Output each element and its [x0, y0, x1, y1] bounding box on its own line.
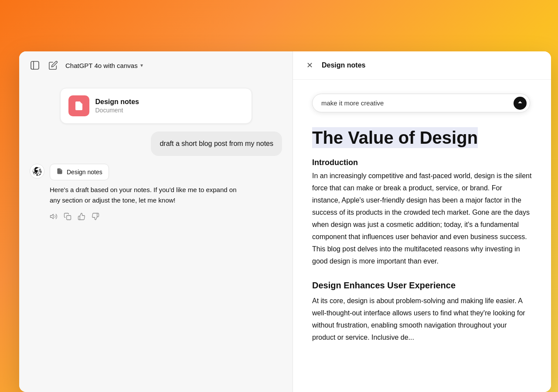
blog-section1-heading: Design Enhances User Experience: [312, 280, 532, 291]
pill-doc-icon: [56, 168, 63, 176]
assistant-avatar: [30, 164, 44, 179]
canvas-title: Design notes: [322, 61, 365, 69]
model-selector[interactable]: ChatGPT 4o with canvas ▾: [65, 62, 143, 69]
model-chevron: ▾: [140, 62, 143, 68]
close-canvas-button[interactable]: ✕: [303, 59, 316, 71]
canvas-area: The Value of Design Introduction In an i…: [293, 80, 551, 392]
right-header: ✕ Design notes: [293, 51, 551, 80]
svg-rect-5: [67, 216, 71, 220]
copy-icon[interactable]: [64, 213, 71, 223]
svg-marker-4: [51, 214, 54, 219]
assistant-row: Design notes Here's a draft based on you…: [30, 164, 282, 223]
blog-title: The Value of Design: [312, 127, 478, 148]
speaker-icon[interactable]: [50, 213, 58, 223]
left-panel: ChatGPT 4o with canvas ▾ Design notes: [19, 51, 293, 392]
user-message: draft a short blog post from my notes: [151, 132, 282, 156]
design-notes-pill-label: Design notes: [67, 169, 102, 176]
thumbs-up-icon[interactable]: [78, 213, 85, 223]
right-panel: ✕ Design notes The Value of Design: [293, 51, 551, 392]
sidebar-toggle-icon[interactable]: [29, 59, 41, 71]
assistant-text: Here's a draft based on your notes. If y…: [50, 185, 237, 206]
blog-intro-paragraph: In an increasingly competitive and fast-…: [312, 170, 532, 267]
doc-icon: [68, 95, 89, 116]
thumbs-down-icon[interactable]: [92, 213, 99, 223]
design-notes-pill[interactable]: Design notes: [50, 164, 109, 180]
doc-subtitle: Document: [95, 107, 139, 114]
new-chat-icon[interactable]: [47, 59, 59, 71]
main-window: ChatGPT 4o with canvas ▾ Design notes: [19, 51, 551, 392]
inline-send-button[interactable]: [514, 97, 527, 110]
doc-title: Design notes: [95, 98, 139, 106]
inline-prompt-input[interactable]: [312, 94, 530, 112]
inline-input-wrapper: [312, 94, 530, 112]
chat-area: Design notes Document draft a short blog…: [19, 79, 293, 392]
inline-input-bar: [312, 94, 532, 112]
doc-info: Design notes Document: [95, 98, 139, 114]
blog-content: The Value of Design Introduction In an i…: [312, 128, 532, 344]
blog-section1-paragraph: At its core, design is about problem-sol…: [312, 295, 532, 344]
design-notes-attachment-card: Design notes Document: [60, 88, 252, 124]
blog-intro-heading: Introduction: [312, 158, 532, 167]
assistant-content: Design notes Here's a draft based on you…: [50, 164, 237, 223]
svg-rect-0: [31, 61, 39, 69]
model-label: ChatGPT 4o with canvas: [65, 62, 138, 69]
feedback-icons: [50, 213, 237, 223]
left-header: ChatGPT 4o with canvas ▾: [19, 51, 293, 79]
